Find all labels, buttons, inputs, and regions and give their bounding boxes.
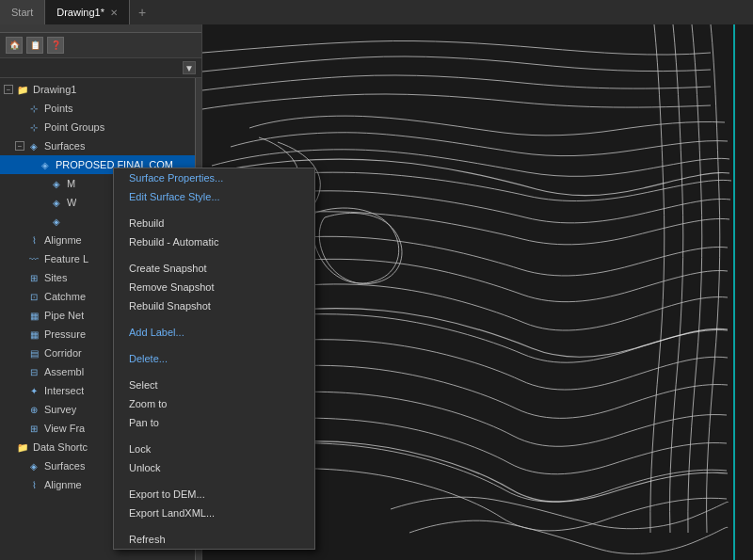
expand-icon[interactable]: − (4, 85, 13, 94)
tree-item-icon-data-shortc: 📁 (15, 440, 30, 455)
menu-item-select[interactable]: Select (114, 376, 314, 394)
menu-item-delete[interactable]: Delete... (114, 349, 314, 368)
expand-icon[interactable]: − (15, 141, 24, 151)
tree-item-icon-surfaces2: ◈ (26, 458, 41, 473)
menu-item-edit-surface-style[interactable]: Edit Surface Style... (114, 187, 314, 206)
tree-item-label-data-shortc: Data Shortc (33, 441, 88, 453)
menu-item-remove-snapshot[interactable]: Remove Snapshot (114, 278, 314, 296)
toolbar-icon-2[interactable]: 📋 (26, 37, 43, 54)
tree-item-icon-proposed: ◈ (38, 157, 53, 172)
tree-item-icon-sub3: ◈ (49, 214, 64, 229)
tab-start-label: Start (11, 7, 33, 18)
separator-sep7 (114, 477, 314, 485)
toolbar-icon-3[interactable]: ❓ (47, 37, 64, 54)
tree-item-label-assembl: Assembl (44, 366, 84, 377)
tree-item-label-drawing1: Drawing1 (33, 84, 76, 95)
tree-item-label-surfaces: Surfaces (44, 140, 85, 152)
tree-item-label-alignme2: Alignme (44, 479, 82, 490)
tab-drawing1[interactable]: Drawing1* ✕ (45, 0, 130, 24)
tab-start[interactable]: Start (0, 0, 45, 24)
active-view-bar: ▼ (0, 58, 201, 78)
tree-item-label-w: W (67, 197, 76, 208)
active-view-dropdown[interactable]: ▼ (183, 61, 196, 74)
menu-item-rebuild-automatic[interactable]: Rebuild - Automatic (114, 232, 314, 251)
menu-item-pan-to[interactable]: Pan to (114, 413, 314, 432)
tree-item-label-feature: Feature L (44, 253, 88, 264)
tree-item-icon-drawing1: 📁 (15, 82, 30, 97)
separator-sep5 (114, 368, 314, 376)
menu-item-export-dem[interactable]: Export to DEM... (114, 485, 314, 504)
tree-item-label-pipe-net: Pipe Net (44, 310, 84, 321)
tree-item-label-points: Points (44, 103, 73, 114)
tree-item-icon-view-fra: ⊞ (26, 421, 41, 436)
tree-item-label-pressure: Pressure (44, 328, 86, 340)
tree-item-label-surfaces2: Surfaces (44, 460, 85, 472)
tree-item-icon-alignme: ⌇ (26, 232, 41, 248)
menu-item-rebuild[interactable]: Rebuild (114, 214, 314, 232)
tree-item-drawing1[interactable]: −📁Drawing1 (0, 80, 195, 99)
menu-item-lock[interactable]: Lock (114, 440, 314, 458)
menu-item-rebuild-snapshot[interactable]: Rebuild Snapshot (114, 296, 314, 315)
tree-item-label-view-fra: View Fra (44, 423, 85, 434)
tree-item-icon-feature: 〰 (26, 251, 41, 266)
tree-item-label-intersect: Intersect (44, 385, 84, 396)
separator-sep3 (114, 315, 314, 323)
menu-item-surface-properties[interactable]: Surface Properties... (114, 168, 314, 187)
menu-item-export-landxml[interactable]: Export LandXML... (114, 504, 314, 522)
tree-item-icon-alignme2: ⌇ (26, 477, 41, 492)
separator-sep6 (114, 432, 314, 440)
menu-item-create-snapshot[interactable]: Create Snapshot (114, 259, 314, 278)
tree-item-icon-point-groups: ⊹ (26, 120, 41, 135)
context-menu: Surface Properties...Edit Surface Style.… (113, 168, 315, 550)
tree-item-icon-survey: ⊕ (26, 402, 41, 417)
tree-item-label-alignme: Alignme (44, 234, 82, 246)
tab-add-button[interactable]: + (130, 0, 154, 24)
toolspace-toolbar: 🏠 📋 ❓ (0, 33, 201, 58)
tree-item-label-point-groups: Point Groups (44, 121, 104, 133)
tree-item-label-catchme: Catchme (44, 291, 86, 302)
tree-item-icon-sites: ⊞ (26, 270, 41, 285)
separator-sep4 (114, 342, 314, 349)
tree-item-icon-points: ⊹ (26, 101, 41, 116)
menu-item-unlock[interactable]: Unlock (114, 458, 314, 477)
menu-item-add-label[interactable]: Add Label... (114, 323, 314, 342)
tree-item-label-m: M (67, 178, 75, 189)
tree-item-icon-w: ◈ (49, 195, 64, 210)
tree-item-icon-pressure: ▦ (26, 327, 41, 342)
tree-item-icon-m: ◈ (49, 176, 64, 191)
tree-item-icon-corridor: ▤ (26, 345, 41, 360)
tab-close-icon[interactable]: ✕ (110, 8, 118, 18)
tree-item-icon-pipe-net: ▦ (26, 308, 41, 323)
title-bar: Start Drawing1* ✕ + (0, 0, 753, 24)
tree-item-label-survey: Survey (44, 404, 76, 415)
toolspace-header (0, 24, 201, 33)
tree-item-icon-assembl: ⊟ (26, 364, 41, 379)
separator-sep1 (114, 206, 314, 214)
tree-item-points[interactable]: ⊹Points (0, 99, 195, 118)
tree-item-label-corridor: Corridor (44, 347, 82, 359)
main-area: 🏠 📋 ❓ ▼ −📁Drawing1⊹Points⊹Point Groups−◈… (0, 24, 753, 560)
separator-sep2 (114, 251, 314, 259)
tree-item-label-sites: Sites (44, 272, 67, 283)
separator-sep8 (114, 522, 314, 530)
toolbar-icon-1[interactable]: 🏠 (6, 37, 23, 54)
tab-drawing1-label: Drawing1* (56, 7, 104, 18)
tree-item-icon-catchme: ⊡ (26, 289, 41, 304)
menu-item-zoom-to[interactable]: Zoom to (114, 394, 314, 413)
menu-item-refresh[interactable]: Refresh (114, 530, 314, 549)
tree-item-icon-intersect: ✦ (26, 383, 41, 398)
tree-item-point-groups[interactable]: ⊹Point Groups (0, 118, 195, 136)
tree-item-surfaces[interactable]: −◈Surfaces (0, 136, 195, 155)
tree-item-icon-surfaces: ◈ (26, 138, 41, 153)
